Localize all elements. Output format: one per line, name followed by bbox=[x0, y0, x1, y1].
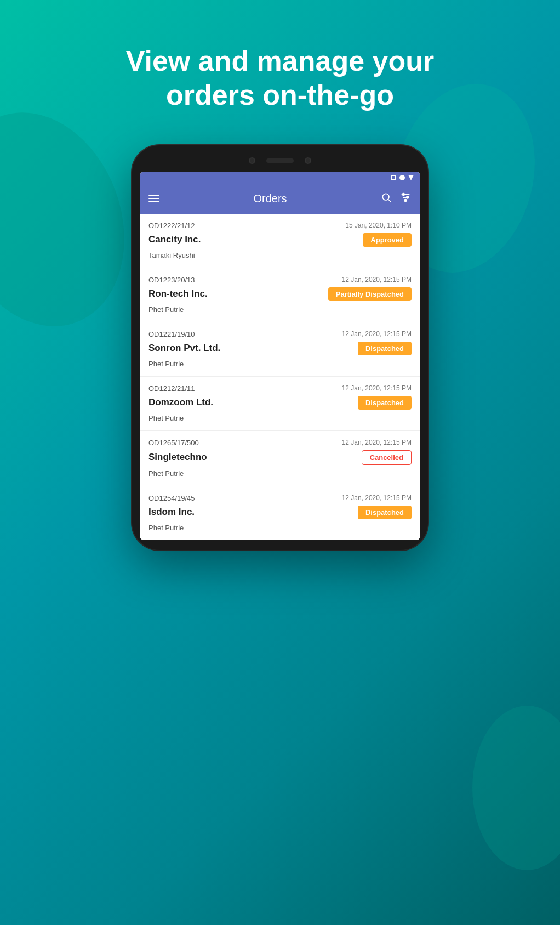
order-item[interactable]: OD1265/17/500 12 Jan, 2020, 12:15 PM Sin… bbox=[140, 431, 420, 486]
status-square-icon bbox=[391, 175, 396, 180]
header-title-line2: orders on-the-go bbox=[166, 79, 394, 111]
speaker bbox=[266, 158, 294, 163]
order-id: OD1265/17/500 bbox=[148, 439, 199, 447]
order-item[interactable]: OD1222/21/12 15 Jan, 2020, 1:10 PM Canci… bbox=[140, 214, 420, 268]
order-person: Phet Putrie bbox=[148, 469, 184, 478]
order-company: Ron-tech Inc. bbox=[148, 288, 208, 299]
order-id: OD1223/20/13 bbox=[148, 276, 195, 284]
order-item[interactable]: OD1254/19/45 12 Jan, 2020, 12:15 PM Isdo… bbox=[140, 486, 420, 540]
order-date: 12 Jan, 2020, 12:15 PM bbox=[342, 330, 412, 338]
status-badge: Cancelled bbox=[362, 450, 412, 465]
phone-mockup: Orders bbox=[132, 145, 428, 550]
status-triangle-icon bbox=[408, 175, 414, 180]
order-person: Phet Putrie bbox=[148, 360, 184, 368]
order-date: 12 Jan, 2020, 12:15 PM bbox=[342, 439, 412, 446]
order-person: Phet Putrie bbox=[148, 305, 184, 314]
app-bar-title: Orders bbox=[168, 192, 372, 205]
order-id: OD1221/19/10 bbox=[148, 330, 195, 338]
order-date: 15 Jan, 2020, 1:10 PM bbox=[345, 222, 412, 229]
order-id: OD1212/21/11 bbox=[148, 384, 195, 393]
order-person: Tamaki Ryushi bbox=[148, 251, 195, 259]
svg-line-1 bbox=[388, 200, 391, 202]
order-company: Isdom Inc. bbox=[148, 507, 195, 518]
status-badge: Dispatched bbox=[358, 342, 412, 355]
filter-button[interactable] bbox=[399, 191, 412, 206]
phone-screen: Orders bbox=[140, 172, 420, 540]
order-date: 12 Jan, 2020, 12:15 PM bbox=[342, 494, 412, 502]
svg-point-7 bbox=[404, 199, 407, 201]
page-header: View and manage your orders on-the-go bbox=[126, 44, 435, 112]
status-badge: Dispatched bbox=[358, 506, 412, 519]
header-title-line1: View and manage your bbox=[126, 45, 435, 77]
order-list: OD1222/21/12 15 Jan, 2020, 1:10 PM Canci… bbox=[140, 214, 420, 540]
sensor bbox=[305, 157, 311, 164]
order-date: 12 Jan, 2020, 12:15 PM bbox=[342, 276, 412, 283]
hamburger-menu-button[interactable] bbox=[148, 195, 159, 202]
svg-point-5 bbox=[403, 193, 405, 195]
svg-point-6 bbox=[407, 196, 409, 198]
status-badge: Approved bbox=[363, 233, 412, 247]
search-button[interactable] bbox=[381, 192, 392, 206]
status-badge: Dispatched bbox=[358, 396, 412, 410]
status-circle-icon bbox=[399, 175, 405, 180]
order-item[interactable]: OD1221/19/10 12 Jan, 2020, 12:15 PM Sonr… bbox=[140, 322, 420, 377]
order-company: Cancity Inc. bbox=[148, 234, 201, 245]
phone-top-bar bbox=[140, 155, 420, 166]
status-badge: Partially Dispatched bbox=[328, 287, 412, 301]
order-item[interactable]: OD1212/21/11 12 Jan, 2020, 12:15 PM Domz… bbox=[140, 377, 420, 431]
status-bar bbox=[140, 172, 420, 184]
app-bar: Orders bbox=[140, 184, 420, 214]
order-id: OD1254/19/45 bbox=[148, 494, 195, 502]
order-person: Phet Putrie bbox=[148, 524, 184, 532]
svg-point-0 bbox=[382, 194, 389, 200]
order-company: Sonron Pvt. Ltd. bbox=[148, 343, 220, 354]
order-date: 12 Jan, 2020, 12:15 PM bbox=[342, 384, 412, 392]
order-company: Domzoom Ltd. bbox=[148, 397, 213, 408]
bg-shape-left bbox=[0, 88, 153, 350]
app-bar-actions bbox=[381, 191, 412, 206]
bg-shape-right bbox=[472, 706, 560, 870]
order-company: Singletechno bbox=[148, 452, 207, 463]
front-camera bbox=[249, 157, 255, 164]
order-id: OD1222/21/12 bbox=[148, 222, 195, 230]
order-person: Phet Putrie bbox=[148, 414, 184, 422]
order-item[interactable]: OD1223/20/13 12 Jan, 2020, 12:15 PM Ron-… bbox=[140, 268, 420, 322]
